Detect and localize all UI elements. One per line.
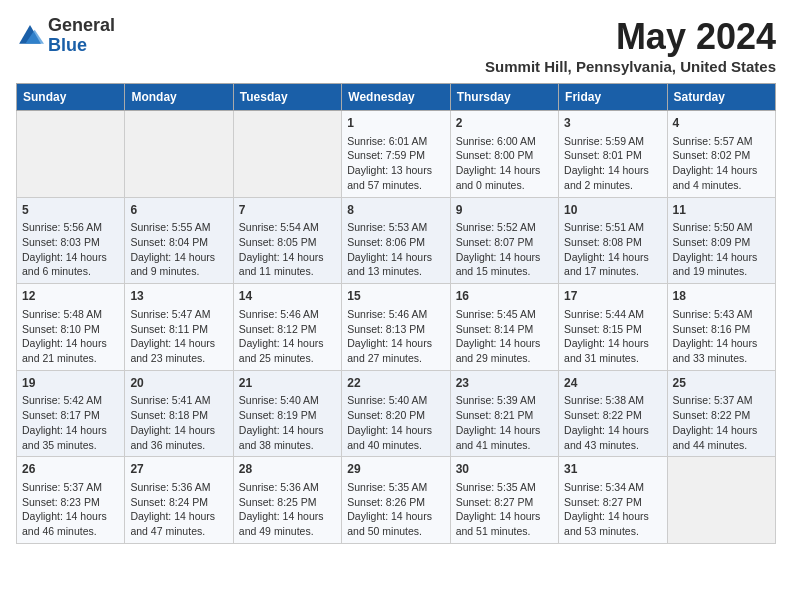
day-number: 25 [673,375,770,392]
calendar-header-row: SundayMondayTuesdayWednesdayThursdayFrid… [17,84,776,111]
calendar-day-cell: 30Sunrise: 5:35 AM Sunset: 8:27 PM Dayli… [450,457,558,544]
day-number: 15 [347,288,444,305]
logo-icon [16,22,44,50]
calendar-day-cell: 29Sunrise: 5:35 AM Sunset: 8:26 PM Dayli… [342,457,450,544]
day-number: 23 [456,375,553,392]
day-number: 5 [22,202,119,219]
day-info: Sunrise: 5:44 AM Sunset: 8:15 PM Dayligh… [564,307,661,366]
day-info: Sunrise: 5:50 AM Sunset: 8:09 PM Dayligh… [673,220,770,279]
calendar-body: 1Sunrise: 6:01 AM Sunset: 7:59 PM Daylig… [17,111,776,544]
calendar-day-cell: 19Sunrise: 5:42 AM Sunset: 8:17 PM Dayli… [17,370,125,457]
calendar-day-cell: 28Sunrise: 5:36 AM Sunset: 8:25 PM Dayli… [233,457,341,544]
title-area: May 2024 Summit Hill, Pennsylvania, Unit… [485,16,776,75]
subtitle: Summit Hill, Pennsylvania, United States [485,58,776,75]
day-number: 12 [22,288,119,305]
calendar-day-cell: 16Sunrise: 5:45 AM Sunset: 8:14 PM Dayli… [450,284,558,371]
header: General Blue May 2024 Summit Hill, Penns… [16,16,776,75]
day-info: Sunrise: 5:56 AM Sunset: 8:03 PM Dayligh… [22,220,119,279]
calendar-day-cell: 15Sunrise: 5:46 AM Sunset: 8:13 PM Dayli… [342,284,450,371]
day-info: Sunrise: 5:41 AM Sunset: 8:18 PM Dayligh… [130,393,227,452]
day-info: Sunrise: 5:38 AM Sunset: 8:22 PM Dayligh… [564,393,661,452]
calendar-day-cell: 26Sunrise: 5:37 AM Sunset: 8:23 PM Dayli… [17,457,125,544]
day-info: Sunrise: 5:46 AM Sunset: 8:12 PM Dayligh… [239,307,336,366]
calendar-day-cell: 9Sunrise: 5:52 AM Sunset: 8:07 PM Daylig… [450,197,558,284]
calendar-day-cell: 5Sunrise: 5:56 AM Sunset: 8:03 PM Daylig… [17,197,125,284]
calendar-day-cell [233,111,341,198]
calendar-day-cell: 13Sunrise: 5:47 AM Sunset: 8:11 PM Dayli… [125,284,233,371]
day-info: Sunrise: 5:46 AM Sunset: 8:13 PM Dayligh… [347,307,444,366]
calendar-day-cell [125,111,233,198]
day-number: 14 [239,288,336,305]
calendar-week-row: 19Sunrise: 5:42 AM Sunset: 8:17 PM Dayli… [17,370,776,457]
day-number: 9 [456,202,553,219]
day-info: Sunrise: 5:36 AM Sunset: 8:24 PM Dayligh… [130,480,227,539]
weekday-header-monday: Monday [125,84,233,111]
weekday-header-wednesday: Wednesday [342,84,450,111]
day-number: 10 [564,202,661,219]
day-number: 6 [130,202,227,219]
day-number: 13 [130,288,227,305]
day-number: 24 [564,375,661,392]
logo-blue-text: Blue [48,35,87,55]
day-info: Sunrise: 5:40 AM Sunset: 8:19 PM Dayligh… [239,393,336,452]
calendar-day-cell: 6Sunrise: 5:55 AM Sunset: 8:04 PM Daylig… [125,197,233,284]
day-number: 4 [673,115,770,132]
day-number: 2 [456,115,553,132]
calendar-day-cell: 3Sunrise: 5:59 AM Sunset: 8:01 PM Daylig… [559,111,667,198]
day-number: 27 [130,461,227,478]
day-info: Sunrise: 5:47 AM Sunset: 8:11 PM Dayligh… [130,307,227,366]
calendar-week-row: 1Sunrise: 6:01 AM Sunset: 7:59 PM Daylig… [17,111,776,198]
calendar-day-cell: 20Sunrise: 5:41 AM Sunset: 8:18 PM Dayli… [125,370,233,457]
day-info: Sunrise: 5:57 AM Sunset: 8:02 PM Dayligh… [673,134,770,193]
day-number: 8 [347,202,444,219]
calendar-day-cell: 7Sunrise: 5:54 AM Sunset: 8:05 PM Daylig… [233,197,341,284]
day-number: 19 [22,375,119,392]
calendar-day-cell: 8Sunrise: 5:53 AM Sunset: 8:06 PM Daylig… [342,197,450,284]
day-info: Sunrise: 5:43 AM Sunset: 8:16 PM Dayligh… [673,307,770,366]
day-info: Sunrise: 5:34 AM Sunset: 8:27 PM Dayligh… [564,480,661,539]
day-number: 1 [347,115,444,132]
calendar-day-cell: 1Sunrise: 6:01 AM Sunset: 7:59 PM Daylig… [342,111,450,198]
calendar-day-cell: 10Sunrise: 5:51 AM Sunset: 8:08 PM Dayli… [559,197,667,284]
weekday-header-saturday: Saturday [667,84,775,111]
calendar-day-cell: 21Sunrise: 5:40 AM Sunset: 8:19 PM Dayli… [233,370,341,457]
calendar-day-cell: 17Sunrise: 5:44 AM Sunset: 8:15 PM Dayli… [559,284,667,371]
day-number: 22 [347,375,444,392]
calendar-day-cell: 27Sunrise: 5:36 AM Sunset: 8:24 PM Dayli… [125,457,233,544]
calendar-day-cell [17,111,125,198]
day-info: Sunrise: 5:55 AM Sunset: 8:04 PM Dayligh… [130,220,227,279]
calendar-day-cell: 14Sunrise: 5:46 AM Sunset: 8:12 PM Dayli… [233,284,341,371]
day-info: Sunrise: 6:01 AM Sunset: 7:59 PM Dayligh… [347,134,444,193]
calendar-day-cell: 25Sunrise: 5:37 AM Sunset: 8:22 PM Dayli… [667,370,775,457]
calendar-week-row: 26Sunrise: 5:37 AM Sunset: 8:23 PM Dayli… [17,457,776,544]
day-number: 3 [564,115,661,132]
weekday-header-tuesday: Tuesday [233,84,341,111]
calendar-day-cell: 24Sunrise: 5:38 AM Sunset: 8:22 PM Dayli… [559,370,667,457]
logo-general-text: General [48,15,115,35]
day-number: 17 [564,288,661,305]
calendar-day-cell [667,457,775,544]
day-info: Sunrise: 5:51 AM Sunset: 8:08 PM Dayligh… [564,220,661,279]
day-info: Sunrise: 5:37 AM Sunset: 8:23 PM Dayligh… [22,480,119,539]
day-number: 30 [456,461,553,478]
calendar-day-cell: 22Sunrise: 5:40 AM Sunset: 8:20 PM Dayli… [342,370,450,457]
main-title: May 2024 [485,16,776,58]
day-number: 28 [239,461,336,478]
calendar-day-cell: 12Sunrise: 5:48 AM Sunset: 8:10 PM Dayli… [17,284,125,371]
weekday-header-thursday: Thursday [450,84,558,111]
calendar-week-row: 5Sunrise: 5:56 AM Sunset: 8:03 PM Daylig… [17,197,776,284]
day-number: 11 [673,202,770,219]
day-info: Sunrise: 5:52 AM Sunset: 8:07 PM Dayligh… [456,220,553,279]
calendar-day-cell: 23Sunrise: 5:39 AM Sunset: 8:21 PM Dayli… [450,370,558,457]
calendar-day-cell: 18Sunrise: 5:43 AM Sunset: 8:16 PM Dayli… [667,284,775,371]
day-number: 29 [347,461,444,478]
day-number: 18 [673,288,770,305]
day-number: 7 [239,202,336,219]
calendar-day-cell: 4Sunrise: 5:57 AM Sunset: 8:02 PM Daylig… [667,111,775,198]
logo: General Blue [16,16,115,56]
day-info: Sunrise: 5:42 AM Sunset: 8:17 PM Dayligh… [22,393,119,452]
day-number: 21 [239,375,336,392]
day-number: 20 [130,375,227,392]
day-number: 26 [22,461,119,478]
calendar: SundayMondayTuesdayWednesdayThursdayFrid… [16,83,776,544]
